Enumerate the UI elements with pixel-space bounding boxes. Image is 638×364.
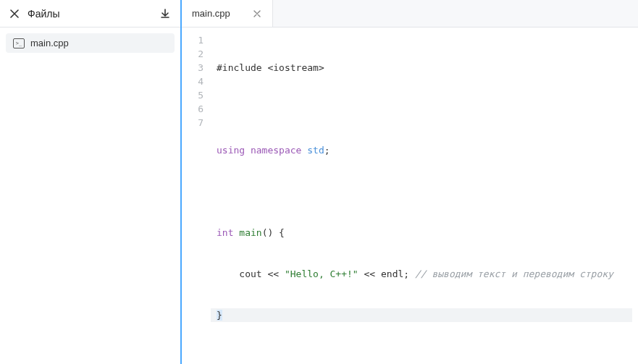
sidebar-title: Файлы (28, 8, 151, 20)
file-list: >_ main.cpp (0, 27, 180, 59)
line-number: 2 (182, 47, 203, 61)
code-content[interactable]: #include <iostream> using namespace std;… (211, 27, 638, 364)
sidebar-header: Файлы (0, 0, 180, 27)
line-number: 7 (182, 116, 203, 130)
code-line: cout << "Hello, C++!" << endl; // выводи… (217, 267, 638, 281)
close-icon[interactable] (9, 8, 20, 20)
close-icon[interactable] (252, 9, 262, 19)
line-gutter: 1 2 3 4 5 6 7 (182, 27, 211, 364)
code-line-active: } (211, 308, 632, 322)
sidebar: Файлы >_ main.cpp (0, 0, 182, 364)
tab-label: main.cpp (192, 8, 230, 19)
code-line: using namespace std; (217, 143, 638, 157)
code-line (217, 102, 638, 116)
code-line: #include <iostream> (217, 61, 638, 75)
file-item-main[interactable]: >_ main.cpp (6, 33, 175, 53)
terminal-icon: >_ (13, 38, 25, 48)
tab-main[interactable]: main.cpp (182, 0, 273, 27)
tab-bar: main.cpp (182, 0, 638, 27)
code-line: int main() { (217, 226, 638, 240)
code-editor[interactable]: 1 2 3 4 5 6 7 #include <iostream> using … (182, 27, 638, 364)
download-icon[interactable] (159, 7, 172, 20)
line-number: 3 (182, 61, 203, 75)
line-number: 5 (182, 88, 203, 102)
line-number: 4 (182, 75, 203, 88)
line-number: 1 (182, 33, 203, 47)
file-name-label: main.cpp (30, 38, 69, 48)
line-number: 6 (182, 102, 203, 116)
code-line (217, 185, 638, 198)
editor-area: main.cpp 1 2 3 4 5 6 7 #include <iostrea… (182, 0, 638, 364)
